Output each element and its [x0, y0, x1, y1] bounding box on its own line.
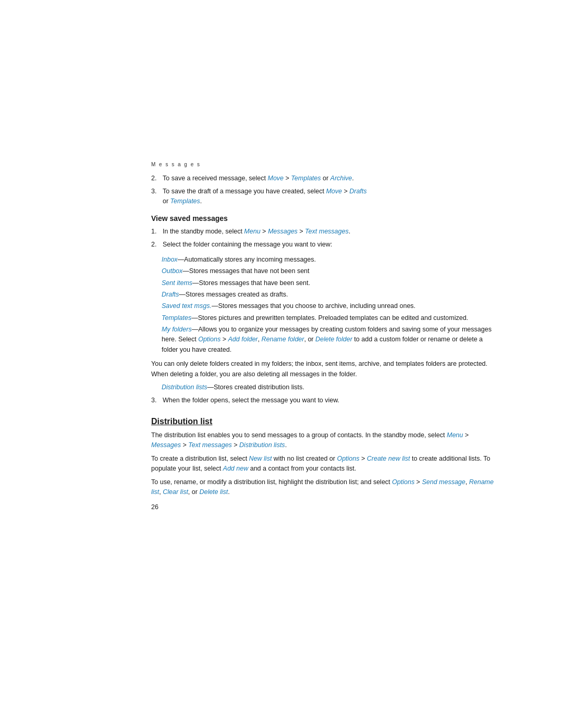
link-clear-list[interactable]: Clear list: [163, 488, 188, 496]
link-menu[interactable]: Menu: [244, 228, 260, 235]
step-3-num: 3.: [151, 396, 163, 405]
content-area: M e s s a g e s 2. To save a received me…: [146, 0, 500, 542]
link-saved-text-msgs[interactable]: Saved text msgs.: [162, 302, 212, 310]
page: M e s s a g e s 2. To save a received me…: [0, 0, 563, 728]
link-add-folder[interactable]: Add folder: [228, 336, 258, 343]
step-2-num: 2.: [151, 240, 163, 250]
distribution-list-para1: The distribution list enables you to sen…: [151, 430, 495, 451]
link-distribution-lists-dl[interactable]: Distribution lists: [239, 441, 285, 449]
view-saved-step-2: 2. Select the folder containing the mess…: [151, 240, 495, 250]
view-saved-list: 1. In the standby mode, select Menu > Me…: [151, 227, 495, 250]
link-distribution-lists[interactable]: Distribution lists: [162, 384, 207, 391]
folder-saved-text: Saved text msgs.—Stores messages that yo…: [162, 301, 495, 311]
view-saved-step-3: 3. When the folder opens, select the mes…: [151, 396, 495, 405]
link-templates-2[interactable]: Templates: [170, 198, 200, 205]
distribution-list-title: Distribution list: [151, 417, 495, 426]
link-text-messages[interactable]: Text messages: [305, 228, 349, 235]
folder-templates: Templates—Stores pictures and prewritten…: [162, 313, 495, 323]
distribution-lists-item: Distribution lists—Stores created distri…: [162, 382, 495, 392]
link-delete-folder[interactable]: Delete folder: [315, 336, 352, 343]
link-move-1[interactable]: Move: [268, 175, 284, 182]
folder-items: Inbox—Automatically stores any incoming …: [162, 255, 495, 355]
link-options-dl[interactable]: Options: [337, 455, 359, 462]
step-1-content: In the standby mode, select Menu > Messa…: [163, 227, 495, 237]
distribution-list-para2: To create a distribution list, select Ne…: [151, 454, 495, 474]
intro-item-2-content: To save a received message, select Move …: [163, 174, 495, 183]
link-sent-items[interactable]: Sent items: [162, 279, 192, 287]
view-saved-title: View saved messages: [151, 214, 495, 223]
section-header: M e s s a g e s: [151, 162, 495, 167]
step-1-num: 1.: [151, 227, 163, 237]
link-delete-list[interactable]: Delete list: [199, 488, 228, 496]
link-archive[interactable]: Archive: [331, 175, 352, 182]
link-new-list[interactable]: New list: [249, 455, 272, 462]
link-templates-1[interactable]: Templates: [291, 175, 321, 182]
link-create-new-list[interactable]: Create new list: [367, 455, 410, 462]
page-number: 26: [151, 503, 158, 511]
link-messages[interactable]: Messages: [268, 228, 298, 235]
link-templates-folder[interactable]: Templates: [162, 314, 191, 322]
intro-list: 2. To save a received message, select Mo…: [151, 174, 495, 206]
step-3-list: 3. When the folder opens, select the mes…: [151, 396, 495, 405]
step-2-content: Select the folder containing the message…: [163, 240, 495, 250]
link-options-1[interactable]: Options: [198, 336, 221, 343]
folder-sent-items: Sent items—Stores messages that have bee…: [162, 278, 495, 288]
step-3-content: When the folder opens, select the messag…: [163, 396, 495, 405]
link-inbox[interactable]: Inbox: [162, 256, 178, 263]
folder-distribution-lists: Distribution lists—Stores created distri…: [162, 382, 495, 392]
link-drafts-1[interactable]: Drafts: [349, 188, 366, 195]
link-my-folders[interactable]: My folders: [162, 326, 192, 333]
folder-outbox: Outbox—Stores messages that have not bee…: [162, 266, 495, 276]
intro-list-item-3: 3. To save the draft of a message you ha…: [151, 187, 495, 206]
intro-list-item-2: 2. To save a received message, select Mo…: [151, 174, 495, 183]
link-menu-dl[interactable]: Menu: [447, 431, 463, 439]
link-options-modify[interactable]: Options: [392, 478, 414, 486]
list-num-2: 2.: [151, 174, 163, 183]
folder-inbox: Inbox—Automatically stores any incoming …: [162, 255, 495, 265]
link-add-new[interactable]: Add new: [223, 465, 249, 472]
view-saved-step-1: 1. In the standby mode, select Menu > Me…: [151, 227, 495, 237]
folder-drafts: Drafts—Stores messages created as drafts…: [162, 290, 495, 300]
folder-my-folders: My folders—Allows you to organize your m…: [162, 325, 495, 355]
link-rename-folder[interactable]: Rename folder: [261, 336, 304, 343]
link-messages-dl[interactable]: Messages: [151, 441, 181, 449]
link-text-messages-dl[interactable]: Text messages: [188, 441, 232, 449]
link-send-message[interactable]: Send message: [422, 478, 465, 486]
link-move-2[interactable]: Move: [326, 188, 342, 195]
link-outbox[interactable]: Outbox: [162, 267, 182, 275]
link-drafts-folder[interactable]: Drafts: [162, 291, 179, 298]
list-num-3: 3.: [151, 187, 163, 206]
my-folders-warning: You can only delete folders created in m…: [151, 359, 495, 379]
distribution-list-para3: To use, rename, or modify a distribution…: [151, 477, 495, 498]
intro-item-3-content: To save the draft of a message you have …: [163, 187, 495, 206]
